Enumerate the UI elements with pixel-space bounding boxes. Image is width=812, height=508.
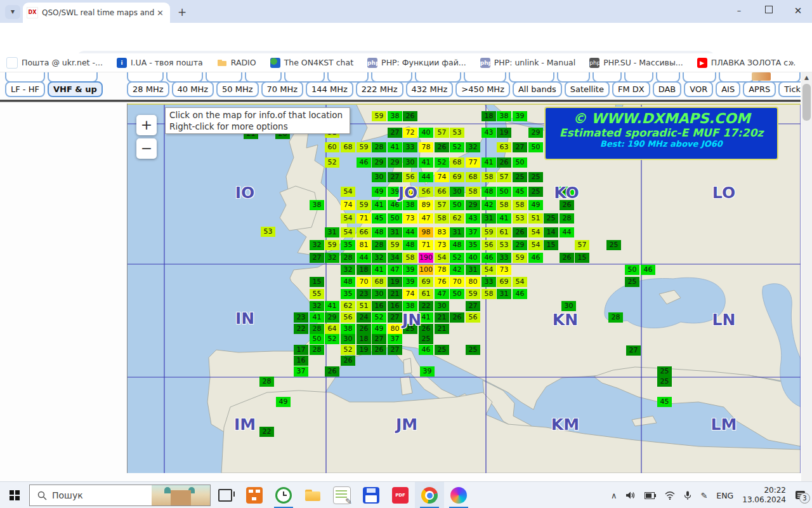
tab-70-mhz[interactable]: 70 MHz xyxy=(261,81,304,97)
muf-cell[interactable]: 35 xyxy=(341,240,355,250)
muf-cell[interactable]: 26 xyxy=(497,157,511,168)
muf-cell[interactable]: 25 xyxy=(528,187,543,197)
muf-cell[interactable]: 73 xyxy=(403,213,417,224)
muf-cell[interactable]: 57 xyxy=(435,200,449,210)
muf-cell[interactable]: 53 xyxy=(261,227,275,237)
muf-cell[interactable]: 78 xyxy=(419,142,433,152)
muf-cell[interactable]: 98 xyxy=(419,227,433,237)
taskbar-app-save[interactable] xyxy=(357,482,386,508)
muf-cell[interactable]: 44 xyxy=(403,227,417,237)
muf-cell[interactable]: 78 xyxy=(435,265,449,275)
muf-cell[interactable]: 28 xyxy=(310,345,324,355)
muf-cell[interactable]: 28 xyxy=(608,312,623,323)
start-button[interactable] xyxy=(0,482,29,508)
muf-cell[interactable]: 80 xyxy=(466,277,480,287)
muf-cell[interactable]: 83 xyxy=(435,227,449,237)
muf-cell[interactable]: 44 xyxy=(357,253,371,263)
muf-cell[interactable]: 50 xyxy=(450,200,464,210)
muf-cell[interactable]: 58 xyxy=(481,172,496,182)
muf-cell[interactable]: 26 xyxy=(357,324,371,334)
muf-cell[interactable]: 27 xyxy=(466,301,480,311)
muf-cell[interactable]: 41 xyxy=(419,157,433,168)
muf-cell[interactable]: 74 xyxy=(435,172,449,182)
muf-cell[interactable]: 30 xyxy=(403,157,417,168)
scrollbar-thumb[interactable] xyxy=(802,84,811,121)
muf-cell[interactable]: 48 xyxy=(481,187,496,197)
muf-cell[interactable]: 57 xyxy=(435,128,449,138)
muf-cell[interactable]: 46 xyxy=(357,157,371,168)
muf-cell[interactable]: 58 xyxy=(466,187,480,197)
vertical-scrollbar[interactable]: ▲ xyxy=(801,72,812,481)
muf-cell[interactable]: 24 xyxy=(357,312,371,323)
propagation-map[interactable]: 5938261838392126512772405753431929606859… xyxy=(127,104,801,473)
muf-cell[interactable]: 27 xyxy=(372,334,386,344)
muf-cell[interactable]: 58 xyxy=(513,200,527,210)
muf-cell[interactable]: 30 xyxy=(372,289,386,299)
tab-432-mhz[interactable]: 432 MHz xyxy=(406,81,454,97)
muf-cell[interactable]: 58 xyxy=(481,289,496,299)
muf-cell[interactable]: 53 xyxy=(450,128,464,138)
muf-cell[interactable]: 30 xyxy=(450,187,464,197)
muf-cell[interactable]: 26 xyxy=(341,356,355,366)
muf-cell[interactable]: 53 xyxy=(513,213,527,224)
muf-cell[interactable]: 46 xyxy=(419,345,433,355)
tab-lf-hf[interactable]: LF - HF xyxy=(5,81,45,97)
muf-cell[interactable]: 32 xyxy=(310,240,324,250)
muf-cell[interactable]: 31 xyxy=(388,227,402,237)
muf-cell[interactable]: 190 xyxy=(419,253,433,263)
muf-cell[interactable]: 39 xyxy=(513,111,527,121)
muf-cell[interactable]: 26 xyxy=(560,253,574,263)
muf-cell[interactable]: 14 xyxy=(544,227,558,237)
muf-cell[interactable]: 57 xyxy=(575,240,589,250)
muf-cell[interactable]: 31 xyxy=(481,213,496,224)
muf-cell[interactable]: 21 xyxy=(435,312,449,323)
muf-cell[interactable]: 27 xyxy=(626,345,641,356)
muf-cell[interactable]: 46 xyxy=(513,289,527,299)
muf-cell[interactable]: 38 xyxy=(310,200,324,210)
muf-cell[interactable]: 71 xyxy=(419,240,433,250)
muf-cell[interactable]: 54 xyxy=(341,227,355,237)
muf-cell[interactable]: 33 xyxy=(497,253,511,263)
muf-cell[interactable]: 15 xyxy=(310,277,324,287)
muf-cell[interactable]: 59 xyxy=(513,253,527,263)
muf-cell[interactable]: 41 xyxy=(325,301,339,311)
muf-cell[interactable]: 28 xyxy=(372,142,386,152)
muf-cell[interactable]: 19 xyxy=(357,345,371,355)
muf-cell[interactable]: 51 xyxy=(357,301,371,311)
bookmark-php-unlink-manual[interactable]: phpPHP: unlink - Manual xyxy=(480,58,576,68)
tab-222-mhz[interactable]: 222 MHz xyxy=(356,81,403,97)
muf-cell[interactable]: 35 xyxy=(466,240,480,250)
tab-fm-dx[interactable]: FM DX xyxy=(612,81,650,97)
muf-cell[interactable]: 45 xyxy=(372,213,386,224)
muf-cell[interactable]: 54 xyxy=(528,227,543,237)
tab-28-mhz[interactable]: 28 MHz xyxy=(127,81,169,97)
muf-cell[interactable]: 33 xyxy=(403,142,417,152)
bookmark-the-on4kst-chat[interactable]: The ON4KST chat xyxy=(270,58,353,68)
muf-cell[interactable]: 17 xyxy=(294,345,308,355)
tab-ais[interactable]: AIS xyxy=(716,81,740,97)
muf-cell[interactable]: 39 xyxy=(403,277,417,287)
muf-cell[interactable]: 66 xyxy=(435,187,449,197)
muf-cell[interactable]: 29 xyxy=(528,128,543,138)
bookmark-[interactable]: ▶ПЛАВКА ЗОЛОТА с... xyxy=(697,58,796,68)
muf-cell[interactable]: 63 xyxy=(497,142,511,152)
muf-cell[interactable]: 72 xyxy=(403,128,417,138)
muf-cell[interactable]: 100 xyxy=(419,265,433,275)
bookmarks-overflow-icon[interactable]: » xyxy=(789,57,794,69)
search-highlight-image[interactable] xyxy=(152,485,210,505)
muf-cell[interactable]: 16 xyxy=(294,356,308,366)
muf-cell[interactable]: 54 xyxy=(513,277,527,287)
taskbar-app-chrome[interactable] xyxy=(415,482,444,508)
muf-cell[interactable]: 66 xyxy=(357,227,371,237)
muf-cell[interactable]: 27 xyxy=(310,253,324,263)
muf-cell[interactable]: 52 xyxy=(435,157,449,168)
muf-cell[interactable]: 38 xyxy=(388,111,402,121)
muf-cell[interactable]: 26 xyxy=(513,227,527,237)
muf-cell[interactable]: 59 xyxy=(388,240,402,250)
muf-cell[interactable]: 71 xyxy=(357,213,371,224)
muf-cell[interactable]: 52 xyxy=(450,142,464,152)
muf-cell[interactable]: 27 xyxy=(388,172,402,182)
muf-cell[interactable]: 50 xyxy=(528,142,543,152)
muf-cell[interactable]: 41 xyxy=(372,265,386,275)
muf-cell[interactable]: 54 xyxy=(481,265,496,275)
